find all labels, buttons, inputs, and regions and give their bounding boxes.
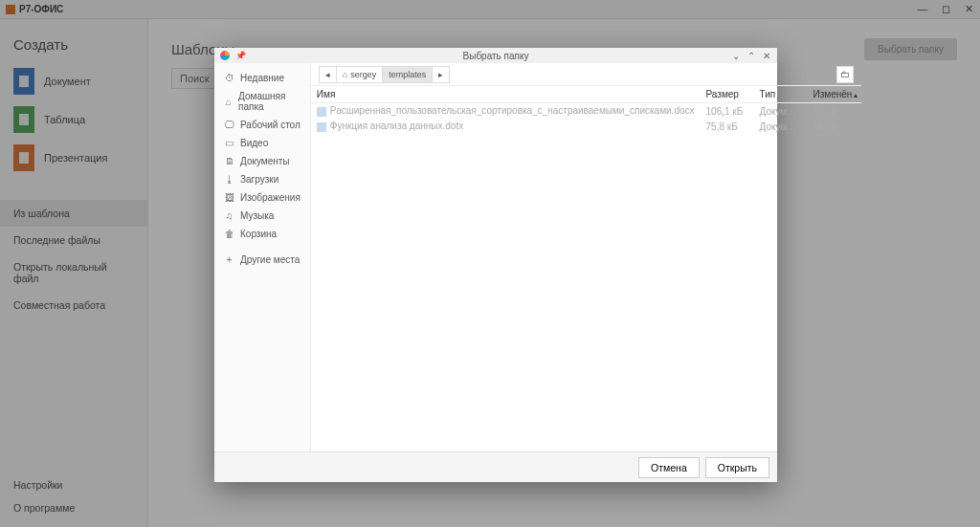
home-icon: ⌂ — [343, 70, 347, 79]
places-trash[interactable]: 🗑Корзина — [214, 225, 310, 243]
file-list-header: Имя Размер Тип Изменён▴ — [311, 86, 861, 103]
breadcrumb-back-button[interactable]: ◂ — [319, 66, 337, 83]
places-music[interactable]: ♫Музыка — [214, 207, 310, 225]
file-icon — [317, 122, 326, 132]
places-documents[interactable]: 🗎Документы — [214, 152, 310, 170]
dialog-titlebar: 📌 Выбрать папку ⌄ ⌃ ✕ — [214, 48, 777, 63]
places-downloads[interactable]: ⭳Загрузки — [214, 170, 310, 188]
column-name[interactable]: Имя — [311, 89, 701, 99]
image-icon: 🖼 — [224, 192, 234, 203]
dialog-body: ⏱Недавние ⌂Домашняя папка 🖵Рабочий стол … — [214, 63, 777, 451]
dialog-sidebar: ⏱Недавние ⌂Домашняя папка 🖵Рабочий стол … — [214, 63, 311, 451]
places-home[interactable]: ⌂Домашняя папка — [214, 87, 310, 116]
dialog-window-controls: ⌄ ⌃ ✕ — [731, 51, 771, 61]
breadcrumb-templates[interactable]: templates — [383, 66, 433, 83]
dialog-title: Выбрать папку — [463, 51, 529, 61]
music-icon: ♫ — [224, 210, 234, 221]
cancel-button[interactable]: Отмена — [638, 457, 700, 478]
places-videos[interactable]: ▭Видео — [214, 134, 310, 152]
video-icon: ▭ — [224, 138, 234, 148]
file-row[interactable]: Расширенная_пользовательская_сортировка_… — [311, 103, 861, 119]
places-other[interactable]: +Другие места — [214, 251, 310, 269]
places-recent[interactable]: ⏱Недавние — [214, 69, 310, 87]
breadcrumb-forward-button[interactable]: ▸ — [433, 66, 450, 83]
home-icon: ⌂ — [224, 97, 233, 107]
dialog-maximize-button[interactable]: ⌃ — [746, 51, 756, 61]
places-pictures[interactable]: 🖼Изображения — [214, 188, 310, 207]
column-modified[interactable]: Изменён▴ — [808, 89, 861, 99]
sort-indicator-icon: ▴ — [854, 91, 858, 99]
clock-icon: ⏱ — [224, 73, 234, 83]
column-size[interactable]: Размер — [701, 89, 754, 99]
dialog-minimize-button[interactable]: ⌄ — [731, 51, 741, 61]
pin-icon[interactable]: 📌 — [235, 51, 246, 60]
file-icon — [317, 107, 326, 117]
dialog-logo-icon — [220, 51, 230, 60]
breadcrumb: ◂ ⌂sergey templates ▸ 🗀 — [311, 63, 861, 86]
document-icon: 🗎 — [224, 156, 234, 166]
download-icon: ⭳ — [224, 174, 234, 185]
plus-icon: + — [224, 254, 234, 265]
column-type[interactable]: Тип — [754, 89, 808, 99]
dialog-close-button[interactable]: ✕ — [762, 51, 771, 61]
desktop-icon: 🖵 — [224, 120, 234, 130]
dialog-main: ◂ ⌂sergey templates ▸ 🗀 Имя Размер Тип И… — [311, 63, 861, 451]
open-button[interactable]: Открыть — [705, 457, 769, 478]
new-folder-button[interactable]: 🗀 — [836, 66, 854, 83]
breadcrumb-home[interactable]: ⌂sergey — [337, 66, 383, 83]
file-row[interactable]: Функция анализа данных.dotx 75,8 кБ Доку… — [311, 119, 861, 134]
trash-icon: 🗑 — [224, 229, 234, 239]
dialog-footer: Отмена Открыть — [214, 451, 777, 482]
file-dialog: 📌 Выбрать папку ⌄ ⌃ ✕ ⏱Недавние ⌂Домашня… — [214, 48, 777, 482]
places-desktop[interactable]: 🖵Рабочий стол — [214, 116, 310, 134]
